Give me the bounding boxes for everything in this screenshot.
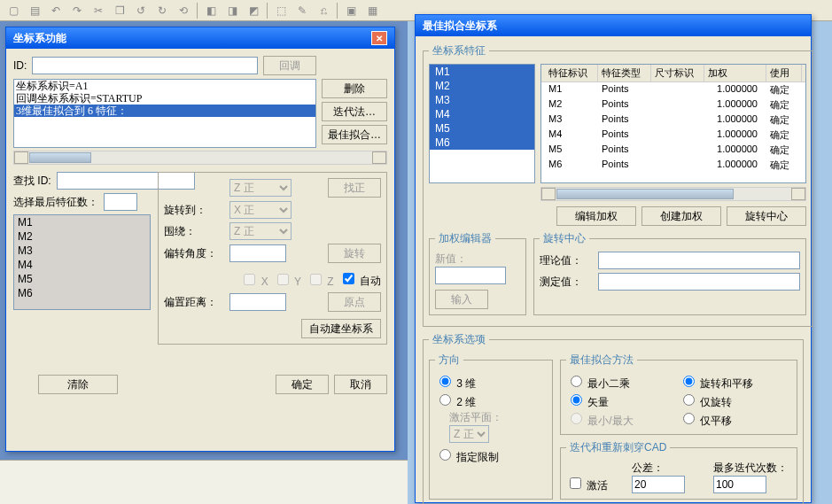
cancel-button[interactable]: 取消 (334, 375, 387, 394)
tb-icon[interactable]: ↶ (46, 2, 66, 19)
tb-icon[interactable]: ▢ (4, 2, 23, 19)
list-item[interactable]: M4 (14, 258, 150, 272)
vector-radio[interactable]: 矢量 (566, 392, 679, 410)
iterate-button[interactable]: 迭代法… (322, 102, 387, 121)
col-header[interactable]: 特征类型 (598, 65, 651, 81)
feature-listbox[interactable]: M1 M2 M3 M4 M5 M6 (13, 214, 151, 310)
id-input[interactable] (32, 57, 258, 74)
table-row[interactable]: M3Points1.000000确定 (541, 112, 805, 128)
meas-input[interactable] (598, 273, 800, 291)
tb-icon[interactable]: ⎌ (314, 2, 333, 19)
tb-icon[interactable]: ❐ (110, 2, 129, 19)
rottrans-radio[interactable]: 旋转和平移 (679, 373, 791, 392)
maxiter-input[interactable] (713, 476, 766, 493)
titlebar[interactable]: 最佳拟合坐标系 (416, 15, 811, 36)
col-header[interactable]: 尺寸标识 (651, 65, 704, 81)
list-item[interactable]: M1 (14, 215, 150, 229)
titlebar[interactable]: 坐标系功能 ✕ (6, 27, 394, 49)
list-item[interactable]: M5 (14, 272, 150, 286)
col-header[interactable]: 特征标识 (545, 65, 598, 81)
col-header[interactable]: 使用 (766, 65, 802, 81)
input-button[interactable]: 输入 (435, 290, 488, 309)
transonly-radio[interactable]: 仅平移 (679, 410, 791, 429)
leastsq-radio[interactable]: 最小二乘 (566, 373, 679, 392)
tb-icon[interactable]: ⬚ (271, 2, 291, 19)
plane-label: 激活平面： (449, 411, 502, 423)
table-row[interactable]: M6Points1.000000确定 (541, 158, 805, 173)
list-item[interactable]: M4 (430, 107, 534, 121)
list-item[interactable]: M6 (430, 136, 534, 150)
tb-icon[interactable]: ⟲ (174, 2, 193, 19)
list-item[interactable]: M3 (430, 93, 534, 107)
origin-button[interactable]: 原点 (328, 292, 381, 312)
theo-input[interactable] (598, 252, 800, 269)
table-row[interactable]: M4Points1.000000确定 (541, 128, 805, 143)
cell (651, 143, 704, 158)
bestfit-button[interactable]: 最佳拟合… (322, 125, 387, 144)
offset-angle-input[interactable] (229, 244, 286, 262)
auto-checkbox[interactable]: 自动 (339, 270, 381, 289)
tb-icon[interactable]: ✂ (89, 2, 108, 19)
dim2-radio[interactable]: 2 维 (435, 396, 476, 408)
tb-icon[interactable]: ▣ (341, 2, 361, 19)
list-item[interactable]: 坐标系标识=A1 (14, 80, 315, 92)
close-icon[interactable]: ✕ (371, 31, 387, 45)
list-item[interactable]: M2 (14, 229, 150, 244)
z-checkbox[interactable]: Z (307, 271, 334, 288)
plane-select[interactable]: Z 正 (449, 425, 489, 443)
table-row[interactable]: M1Points1.000000确定 (541, 82, 805, 97)
list-item[interactable]: M3 (14, 244, 150, 258)
level-button[interactable]: 找正 (328, 178, 381, 198)
table-row[interactable]: M5Points1.000000确定 (541, 143, 805, 158)
hscrollbar[interactable] (13, 151, 387, 165)
recall-button[interactable]: 回调 (263, 56, 316, 75)
list-item[interactable]: 3维最佳拟合到 6 特征： (14, 105, 315, 117)
edit-weight-button[interactable]: 编辑加权 (556, 206, 636, 226)
auto-build-button[interactable]: 自动建坐标系 (301, 319, 381, 338)
char-table[interactable]: 特征标识 特征类型 尺寸标识 加权 使用 M1Points1.000000确定M… (540, 64, 806, 183)
alignment-listbox[interactable]: 坐标系标识=A1 回调坐标系标识=STARTUP 3维最佳拟合到 6 特征： (13, 79, 316, 148)
tol-input[interactable] (632, 476, 685, 493)
cell: 1.000000 (704, 128, 766, 143)
tb-icon[interactable]: ◩ (244, 2, 263, 19)
rotate-button[interactable]: 旋转 (328, 244, 381, 263)
specify-limit-radio[interactable]: 指定限制 (435, 451, 499, 463)
list-item[interactable]: M2 (430, 79, 534, 93)
create-weight-button[interactable]: 创建加权 (641, 206, 721, 226)
cell: 确定 (766, 112, 802, 128)
list-item[interactable]: M6 (14, 286, 150, 300)
minmax-radio[interactable]: 最小/最大 (566, 410, 679, 429)
rot-center-button[interactable]: 旋转中心 (727, 206, 806, 226)
tb-icon[interactable]: ↺ (131, 2, 151, 19)
newval-label: 新值： (435, 252, 520, 267)
col-header[interactable]: 加权 (704, 65, 766, 81)
list-item[interactable]: M5 (430, 121, 534, 136)
offset-dist-input[interactable] (229, 293, 286, 311)
y-checkbox[interactable]: Y (274, 271, 301, 288)
tb-icon[interactable]: ✎ (292, 2, 312, 19)
delete-button[interactable]: 删除 (322, 79, 387, 98)
tb-icon[interactable]: ▤ (25, 2, 44, 19)
tb-icon[interactable]: ↻ (152, 2, 172, 19)
char-listbox[interactable]: M1 M2 M3 M4 M5 M6 (429, 64, 535, 183)
last-count-input[interactable] (104, 193, 137, 211)
dim3-radio[interactable]: 3 维 (435, 377, 476, 390)
tb-icon[interactable]: ◧ (201, 2, 221, 19)
tb-icon[interactable]: ▦ (362, 2, 382, 19)
list-item[interactable]: M1 (430, 65, 534, 79)
cell (651, 97, 704, 112)
activate-checkbox[interactable]: 激活 (566, 475, 628, 493)
level-axis-select[interactable]: Z 正 (229, 179, 292, 197)
x-checkbox[interactable]: X (240, 271, 268, 288)
tb-icon[interactable]: ◨ (222, 2, 242, 19)
around-select[interactable]: Z 正 (229, 222, 292, 240)
hscrollbar[interactable] (540, 187, 806, 201)
newval-input[interactable] (435, 267, 506, 284)
ok-button[interactable]: 确定 (276, 375, 329, 394)
table-row[interactable]: M2Points1.000000确定 (541, 97, 805, 112)
list-item[interactable]: 回调坐标系标识=STARTUP (14, 92, 315, 105)
clear-button[interactable]: 清除 (38, 375, 118, 394)
tb-icon[interactable]: ↷ (67, 2, 87, 19)
rotate-to-select[interactable]: X 正 (229, 201, 292, 219)
rotonly-radio[interactable]: 仅旋转 (679, 392, 791, 410)
